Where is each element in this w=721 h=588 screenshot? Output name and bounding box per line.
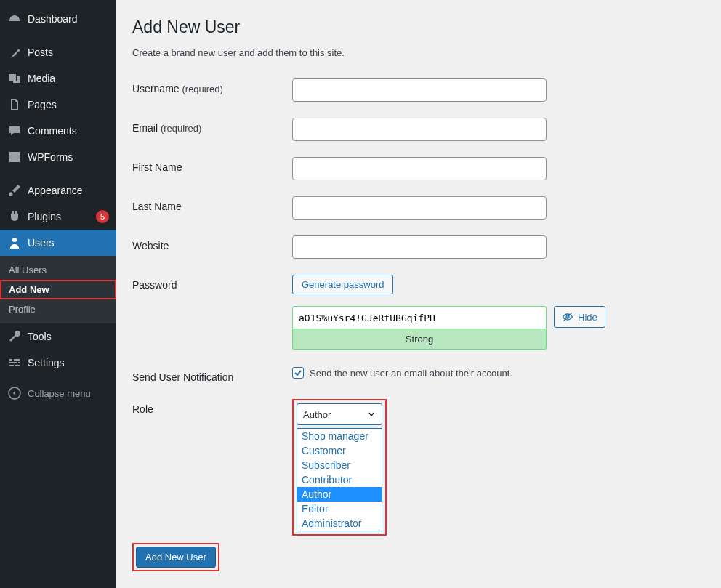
plugin-icon: [7, 209, 22, 224]
collapse-menu-label: Collapse menu: [28, 388, 91, 399]
collapse-icon: [7, 386, 22, 400]
role-select[interactable]: Author: [297, 403, 382, 425]
sidebar-item-tools[interactable]: Tools: [0, 323, 116, 350]
sidebar-item-label: Dashboard: [28, 13, 109, 25]
generate-password-button[interactable]: Generate password: [292, 275, 393, 294]
sidebar-item-posts[interactable]: Posts: [0, 39, 116, 65]
main-content: Add New User Create a brand new user and…: [116, 0, 721, 588]
password-label: Password: [132, 275, 292, 291]
email-label: Email (required): [132, 118, 292, 134]
firstname-input[interactable]: [292, 157, 547, 180]
chevron-down-icon: [367, 410, 376, 419]
page-subtitle: Create a brand new user and add them to …: [132, 47, 706, 58]
page-title: Add New User: [132, 17, 706, 37]
sidebar-item-label: Comments: [28, 125, 109, 137]
hide-button-label: Hide: [578, 312, 597, 323]
admin-sidebar: Dashboard Posts Media Pages Comments: [0, 0, 116, 588]
sidebar-item-label: Appearance: [28, 185, 109, 196]
current-menu-arrow: [116, 237, 122, 249]
role-option-shop-manager[interactable]: Shop manager: [297, 429, 382, 443]
comment-icon: [7, 124, 22, 138]
sidebar-item-label: Tools: [28, 331, 109, 342]
sidebar-item-plugins[interactable]: Plugins 5: [0, 204, 116, 230]
dashboard-icon: [7, 12, 22, 26]
add-new-user-button[interactable]: Add New User: [136, 547, 216, 568]
lastname-label: Last Name: [132, 196, 292, 212]
sidebar-item-label: Media: [28, 73, 109, 84]
role-option-administrator[interactable]: Administrator: [297, 516, 382, 531]
sidebar-item-label: WPForms: [28, 151, 109, 163]
website-input[interactable]: [292, 235, 547, 259]
username-input[interactable]: [292, 78, 547, 102]
user-icon: [7, 235, 22, 250]
role-option-editor[interactable]: Editor: [297, 502, 382, 516]
sidebar-item-users[interactable]: Users: [0, 230, 116, 256]
media-icon: [7, 71, 22, 86]
sidebar-item-label: Plugins: [28, 211, 93, 222]
role-option-subscriber[interactable]: Subscriber: [297, 458, 382, 472]
website-label: Website: [132, 235, 292, 251]
page-icon: [7, 97, 22, 112]
role-option-contributor[interactable]: Contributor: [297, 472, 382, 487]
notification-checkbox[interactable]: [292, 367, 304, 379]
sidebar-item-label: Posts: [28, 47, 109, 58]
firstname-label: First Name: [132, 157, 292, 173]
notification-label: Send User Notification: [132, 367, 292, 383]
sidebar-item-appearance[interactable]: Appearance: [0, 177, 116, 204]
users-submenu: All Users Add New Profile: [0, 256, 116, 323]
role-options-list: Shop manager Customer Subscriber Contrib…: [297, 428, 382, 531]
username-label: Username (required): [132, 78, 292, 94]
sidebar-item-label: Users: [28, 237, 109, 249]
sidebar-item-pages[interactable]: Pages: [0, 92, 116, 118]
hide-password-button[interactable]: Hide: [554, 306, 605, 328]
sliders-icon: [7, 355, 22, 370]
role-option-author[interactable]: Author: [297, 487, 382, 502]
sidebar-item-label: Settings: [28, 357, 109, 368]
submenu-item-all-users[interactable]: All Users: [0, 260, 116, 280]
eye-slash-icon: [562, 311, 573, 323]
lastname-input[interactable]: [292, 196, 547, 220]
submenu-item-profile[interactable]: Profile: [0, 299, 116, 319]
role-label: Role: [132, 399, 292, 415]
brush-icon: [7, 183, 22, 198]
wrench-icon: [7, 329, 22, 344]
collapse-menu-button[interactable]: Collapse menu: [0, 380, 116, 406]
plugins-update-badge: 5: [96, 210, 109, 223]
sidebar-item-media[interactable]: Media: [0, 65, 116, 92]
svg-point-0: [12, 238, 17, 242]
submit-highlight-box: Add New User: [132, 543, 219, 571]
form-icon: [7, 150, 22, 164]
pin-icon: [7, 45, 22, 60]
sidebar-item-comments[interactable]: Comments: [0, 118, 116, 144]
password-input[interactable]: [292, 306, 547, 329]
submenu-item-add-new[interactable]: Add New: [0, 280, 116, 299]
sidebar-item-dashboard[interactable]: Dashboard: [0, 6, 116, 32]
email-input[interactable]: [292, 118, 547, 141]
role-option-customer[interactable]: Customer: [297, 443, 382, 458]
sidebar-item-label: Pages: [28, 99, 109, 110]
sidebar-item-settings[interactable]: Settings: [0, 350, 116, 376]
password-strength-indicator: Strong: [292, 329, 547, 350]
role-highlight-box: Author Shop manager Customer Subscriber …: [292, 399, 387, 536]
sidebar-item-wpforms[interactable]: WPForms: [0, 144, 116, 170]
notification-text: Send the new user an email about their a…: [310, 368, 512, 379]
role-selected-value: Author: [303, 409, 331, 420]
